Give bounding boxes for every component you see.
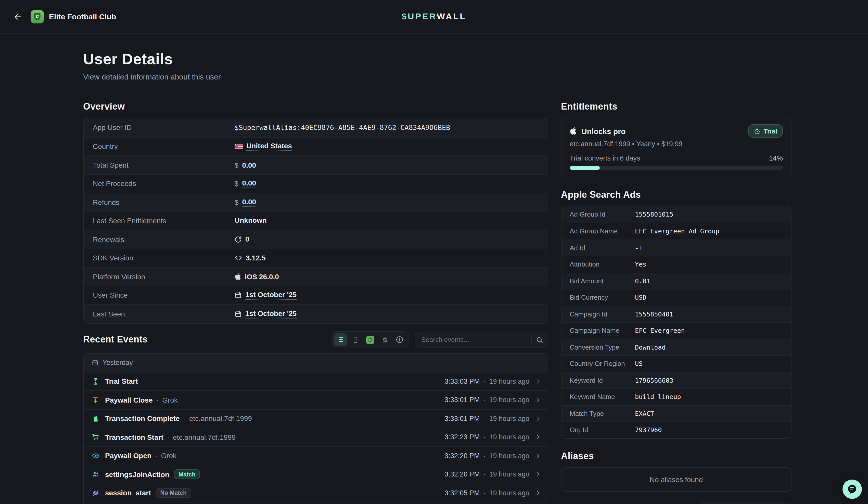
event-name: settingsJoinAction [105, 470, 169, 479]
chat-bubble-icon [847, 484, 858, 495]
event-row[interactable]: Session Start 3:32:05 PM · 19 hours ago [84, 502, 548, 504]
timer-icon [754, 128, 761, 134]
event-row[interactable]: session_start No Match 3:32:05 PM · 19 h… [84, 483, 548, 502]
row-label: Attribution [561, 261, 635, 268]
shopping-cart-icon [92, 433, 100, 441]
separator: · [167, 433, 169, 441]
separator: · [483, 415, 486, 422]
table-row: Refunds $0.00 [84, 193, 548, 211]
event-group-header: Yesterday [84, 354, 548, 372]
last-seen-entitlements-value[interactable]: Unknown [235, 216, 267, 225]
table-row: Keyword Namebuild lineup [561, 388, 791, 405]
chevron-right-icon [535, 415, 541, 422]
table-row: Country Or RegionUS [561, 355, 791, 372]
entitlement-name: Unlocks pro [581, 127, 626, 135]
filter-info-events-button[interactable] [393, 333, 406, 346]
table-row: Country United States [84, 137, 548, 155]
match-badge: Match [174, 470, 200, 479]
eye-icon [92, 452, 100, 460]
event-ago: 19 hours ago [489, 415, 529, 422]
event-row[interactable]: Transaction Complete · etc.annual.7df.19… [84, 409, 548, 428]
table-row: User Since 1st October '25 [84, 286, 548, 304]
eye-off-icon [92, 489, 100, 497]
event-time: 3:32:20 PM [444, 452, 480, 460]
sdk-version-value: 3.12.5 [246, 254, 266, 262]
event-group-label: Yesterday [103, 359, 133, 366]
row-label: Country [84, 143, 235, 150]
event-ago: 19 hours ago [489, 378, 529, 385]
event-subtitle: etc.annual.7df.1999 [189, 414, 252, 423]
filter-app-events-button[interactable] [363, 333, 377, 346]
app-icon [31, 10, 44, 23]
row-value: -1 [635, 244, 643, 252]
calendar-icon [92, 359, 99, 366]
chevron-right-icon [535, 490, 541, 496]
table-row: Ad Group NameEFC Evergreen Ad Group [561, 223, 791, 239]
chevron-right-icon [535, 434, 541, 441]
row-label: Ad Id [561, 244, 635, 252]
trial-converts-text: Trial converts in 6 days [570, 155, 640, 162]
trial-percent: 14% [769, 155, 783, 162]
events-search-input[interactable] [421, 336, 529, 344]
users-icon [92, 471, 100, 478]
filter-revenue-events-button[interactable] [378, 333, 392, 346]
calendar-icon [235, 292, 242, 299]
top-bar: Elite Football Club $UPERWALL [0, 0, 868, 34]
event-subtitle: Grok [162, 396, 178, 404]
aliases-title: Aliases [561, 451, 792, 461]
filter-device-events-button[interactable] [348, 333, 362, 346]
dollar-prefix: $ [235, 198, 239, 207]
entitlement-product: etc.annual.7df.1999 • Yearly • $19.99 [570, 140, 783, 148]
user-since-value[interactable]: 1st October '25 [245, 291, 297, 300]
event-time: 3:33:03 PM [444, 378, 480, 385]
separator: · [183, 414, 186, 423]
event-filter-segmented-control [331, 331, 409, 348]
total-spent-value: 0.00 [242, 161, 256, 169]
event-ago: 19 hours ago [489, 396, 529, 404]
apple-search-ads-table: Ad Group Id1555801015 Ad Group NameEFC E… [561, 206, 792, 439]
renewals-value[interactable]: 0 [245, 235, 249, 244]
dollar-icon [381, 336, 388, 343]
platform-version-value: iOS 26.0.0 [245, 273, 279, 281]
row-label: Keyword Name [561, 393, 635, 401]
country-value[interactable]: United States [246, 142, 292, 151]
last-seen-value[interactable]: 1st October '25 [245, 309, 297, 318]
event-name: Transaction Complete [105, 414, 180, 423]
table-row: Ad Id-1 [561, 239, 791, 256]
app-mini-icon [366, 336, 374, 344]
shopping-bag-icon [92, 415, 100, 422]
filter-all-events-button[interactable] [333, 333, 347, 346]
table-row: Bid Amount0.81 [561, 272, 791, 289]
support-chat-button[interactable] [843, 480, 862, 499]
event-time: 3:32:20 PM [444, 471, 480, 478]
row-label: Org Id [561, 426, 635, 434]
row-label: Renewals [84, 235, 235, 244]
superwall-logo: $UPERWALL [402, 11, 466, 22]
event-row[interactable]: Trial Start 3:33:03 PM · 19 hours ago [84, 372, 548, 390]
event-row[interactable]: settingsJoinAction Match 3:32:20 PM · 19… [84, 465, 548, 483]
event-row[interactable]: Transaction Start · etc.annual.7df.1999 … [84, 428, 548, 446]
table-row: Campaign Id1555850401 [561, 305, 791, 322]
app-user-id-value: $SuperwallAlias:40EC9876-A85E-4AE9-8762-… [235, 124, 450, 132]
separator: · [483, 489, 486, 497]
net-proceeds-value[interactable]: 0.00 [242, 179, 256, 188]
row-value: EFC Evergreen [635, 327, 685, 335]
right-column: Entitlements Unlocks pro Trial [561, 102, 792, 504]
row-value: EXACT [635, 410, 654, 417]
dollar-prefix: $ [235, 161, 239, 169]
event-ago: 19 hours ago [489, 489, 529, 497]
table-row: AttributionYes [561, 256, 791, 272]
refunds-value[interactable]: 0.00 [242, 198, 256, 207]
row-label: Campaign Id [561, 310, 635, 318]
chevron-right-icon [535, 378, 541, 385]
logo-teal-part: $UPER [402, 11, 437, 21]
row-label: Bid Currency [561, 294, 635, 302]
event-row[interactable]: Paywall Close · Grok 3:33:01 PM · 19 hou… [84, 390, 548, 409]
separator: · [483, 433, 486, 441]
table-row: Campaign NameEFC Evergreen [561, 322, 791, 339]
event-time: 3:32:23 PM [444, 433, 480, 441]
table-row: Renewals 0 [84, 230, 548, 249]
search-icon[interactable] [536, 336, 543, 343]
back-button[interactable] [11, 10, 24, 23]
event-row[interactable]: Paywall Open · Grok 3:32:20 PM · 19 hour… [84, 446, 548, 465]
